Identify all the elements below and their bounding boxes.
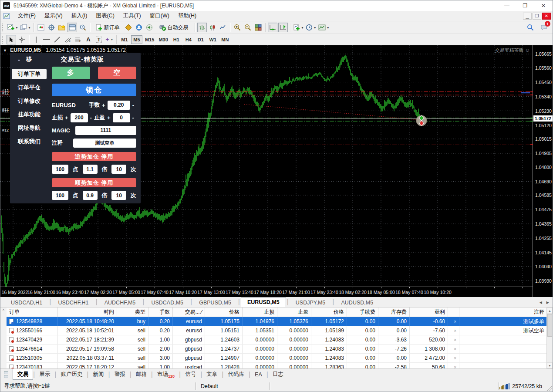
order-row[interactable]: 1234701832022.05.17 18:20:12sell1.00usdc…: [7, 363, 547, 368]
column-header-3[interactable]: 手数: [148, 308, 173, 317]
search-button[interactable]: [526, 23, 535, 32]
timeframe-w1[interactable]: W1: [207, 35, 219, 44]
text-label-tool[interactable]: T: [94, 35, 104, 44]
collapse-triangle-icon[interactable]: ▼: [3, 48, 7, 53]
lots-minus-button[interactable]: -: [132, 102, 134, 108]
timeframe-m1[interactable]: M1: [119, 35, 130, 44]
column-header-2[interactable]: 类型: [117, 308, 148, 317]
line-chart-mode-button[interactable]: [218, 23, 228, 32]
trend-follow-toggle-button[interactable]: 顺势加仓 停用: [52, 178, 136, 187]
column-header-6[interactable]: 止损: [243, 308, 277, 317]
chart-tab-gbpusd-m5[interactable]: GBPUSD,M5: [193, 298, 237, 307]
navigator-button[interactable]: [57, 23, 67, 32]
counter-multiplier-input[interactable]: 1.1: [83, 165, 98, 174]
column-header-comment[interactable]: 注释: [459, 308, 547, 317]
order-row[interactable]: 1234766142022.05.17 19:09:58sell2.00gbpu…: [7, 345, 547, 354]
column-header-9[interactable]: 手续费: [347, 308, 378, 317]
timeframe-mn[interactable]: MN: [219, 35, 231, 44]
column-header-11[interactable]: 获利: [410, 308, 448, 317]
scrollbar-thumb[interactable]: [547, 314, 552, 337]
sl-input[interactable]: 200: [71, 113, 88, 122]
tp-input[interactable]: 0: [113, 113, 130, 122]
periods-button[interactable]: ▼: [305, 23, 317, 32]
counter-points-input[interactable]: 100: [52, 165, 68, 174]
terminal-tab-交易[interactable]: 交易: [13, 369, 33, 380]
chart-area[interactable]: ▼ EURUSD,M5 1.05154 1.05175 1.05135 1.05…: [0, 45, 553, 297]
autotrading-button[interactable]: 自动交易: [155, 23, 192, 32]
panel-menu-website-nav[interactable]: 网址导航: [12, 123, 47, 133]
resize-grip[interactable]: [546, 380, 553, 392]
chart-restore-button[interactable]: ❐: [533, 13, 541, 20]
zoom-out-button[interactable]: [243, 23, 253, 32]
fibonacci-tool[interactable]: F: [73, 35, 83, 44]
sl-minus-button[interactable]: -: [90, 115, 92, 121]
close-order-button[interactable]: ×: [454, 365, 456, 369]
price-axis[interactable]: 1.056651.055601.054501.053401.052301.051…: [533, 45, 553, 297]
metaeditor-button[interactable]: [124, 23, 133, 32]
tabs-scroll-left-icon[interactable]: ◀: [540, 301, 542, 304]
trend-multiplier-input[interactable]: 0.9: [83, 191, 98, 200]
lots-input[interactable]: 0.20: [108, 101, 130, 110]
trendline-tool[interactable]: [52, 35, 62, 44]
window-close-button[interactable]: ✕: [534, 0, 553, 11]
close-order-button[interactable]: ×: [454, 319, 456, 324]
candlestick-mode-button[interactable]: [208, 23, 217, 32]
panel-menu-contact-us[interactable]: 联系我们: [12, 136, 47, 147]
terminal-close-button[interactable]: ×: [2, 308, 4, 312]
panel-menu-modify-order[interactable]: 订单修改: [12, 96, 47, 106]
indicators-button[interactable]: ▼: [293, 23, 304, 32]
menu-item-window[interactable]: 窗口(W): [145, 11, 174, 21]
close-order-button[interactable]: ×: [454, 356, 456, 361]
counter-times-input[interactable]: 10: [111, 165, 126, 174]
chart-tab-audusd-m5[interactable]: AUDUSD,M5: [335, 298, 379, 307]
timeframe-h1[interactable]: H1: [171, 35, 182, 44]
column-header-5[interactable]: 价格: [205, 308, 243, 317]
timeframe-d1[interactable]: D1: [195, 35, 206, 44]
chart-tab-eurusd-m5[interactable]: EURUSD,M5: [241, 297, 286, 307]
arrows-tool[interactable]: ✦▼: [105, 35, 114, 44]
buy-button[interactable]: 多: [52, 67, 90, 79]
column-header-8[interactable]: 价格: [311, 308, 347, 317]
text-tool[interactable]: A: [84, 35, 93, 44]
terminal-tab-市场[interactable]: 市场120: [153, 369, 179, 380]
terminal-tab-信号[interactable]: 信号: [181, 369, 200, 379]
order-row[interactable]: 1234704292022.05.17 18:21:39sell1.00gbpu…: [7, 335, 547, 345]
terminal-tab-文章[interactable]: 文章: [202, 369, 222, 379]
column-header-1[interactable]: 时间: [58, 308, 117, 317]
sl-plus-button[interactable]: +: [65, 115, 68, 121]
templates-button[interactable]: ▼: [318, 23, 330, 32]
comment-input[interactable]: 测试空单: [73, 139, 136, 148]
menu-item-charts[interactable]: 图表(C): [91, 11, 118, 21]
menu-item-help[interactable]: 帮助(H): [174, 11, 201, 21]
close-order-button[interactable]: ×: [454, 328, 456, 333]
window-minimize-button[interactable]: —: [498, 0, 516, 11]
bar-chart-mode-button[interactable]: [197, 23, 207, 32]
panel-menu-place-order[interactable]: 订单下单: [12, 69, 47, 79]
chart-minimize-button[interactable]: ▁: [523, 13, 532, 20]
chart-tab-audchf-m5[interactable]: AUDCHF,M5: [98, 298, 142, 307]
timeframe-m30[interactable]: M30: [157, 35, 169, 44]
order-row[interactable]: 1235498282022.05.18 10:48:20buy0.20eurus…: [7, 317, 547, 326]
timeframe-h4[interactable]: H4: [183, 35, 194, 44]
column-header-0[interactable]: 订单: [7, 308, 58, 317]
community-button[interactable]: [134, 23, 144, 32]
scroll-down-icon[interactable]: ▼: [547, 362, 553, 368]
new-chart-button[interactable]: ▼: [7, 23, 19, 32]
chart-close-button[interactable]: ✕: [542, 13, 551, 20]
terminal-tab-ea[interactable]: EA: [250, 370, 266, 379]
lots-plus-button[interactable]: +: [102, 102, 105, 108]
sell-button[interactable]: 空: [98, 67, 136, 79]
chart-tab-usdcad-m5[interactable]: USDCAD,M5: [145, 298, 189, 307]
auto-scroll-button[interactable]: [268, 23, 277, 32]
chart-tab-usdchf-h1[interactable]: USDCHF,H1: [52, 298, 94, 307]
market-watch-button[interactable]: [36, 23, 46, 32]
vertical-line-tool[interactable]: [31, 35, 41, 44]
terminal-toggle-button[interactable]: [67, 23, 77, 32]
channel-tool[interactable]: E: [63, 35, 72, 44]
toolbar-grip[interactable]: [2, 24, 4, 31]
terminal-tab-邮箱[interactable]: 邮箱: [132, 369, 151, 379]
column-header-4[interactable]: 交易... ∕: [173, 308, 205, 317]
terminal-tab-代码库[interactable]: 代码库: [223, 369, 249, 379]
terminal-tab-账户历史[interactable]: 账户历史: [56, 369, 87, 379]
panel-menu-pending-orders[interactable]: 挂单功能: [12, 109, 47, 120]
